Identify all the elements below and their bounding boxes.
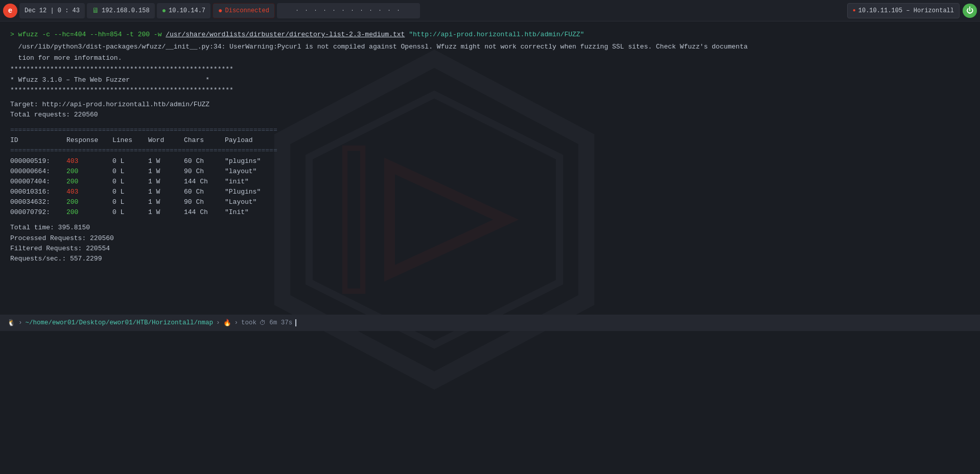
row-3-lines: 0 L xyxy=(112,177,148,187)
col-header-lines: Lines xyxy=(112,135,148,146)
table-row: 000000664: 200 0 L 1 W 90 Ch "layout" xyxy=(10,167,970,177)
row-2-lines: 0 L xyxy=(112,167,148,177)
ip2-label: 10.10.14.7 xyxy=(169,7,205,14)
ip2-button[interactable]: ● 10.10.14.7 xyxy=(157,3,211,18)
table-row: 000010316: 403 0 L 1 W 60 Ch "Plugins" xyxy=(10,187,970,197)
prompt-bar: 🐧 › ~/home/ewor01/Desktop/ewor01/HTB/Hor… xyxy=(0,315,980,331)
row-3-response: 200 xyxy=(66,177,112,187)
row-2-chars: 90 Ch xyxy=(184,167,225,177)
cursor xyxy=(295,319,296,326)
row-4-word: 1 W xyxy=(148,187,184,197)
col-header-chars: Chars xyxy=(184,135,225,146)
table-row: 000007404: 200 0 L 1 W 144 Ch "init" xyxy=(10,177,970,187)
disconnected-label: Disconnected xyxy=(225,7,269,14)
separator-2: ========================================… xyxy=(10,146,970,156)
arrow-3: › xyxy=(235,319,239,326)
filtered-requests: Filtered Requests: 220554 xyxy=(10,244,970,254)
prompt-symbol: > xyxy=(10,31,18,38)
col-header-response: Response xyxy=(66,135,112,146)
row-2-word: 1 W xyxy=(148,167,184,177)
table-row: 000070792: 200 0 L 1 W 144 Ch "Init" xyxy=(10,207,970,218)
total-requests-line: Total requests: 220560 xyxy=(10,110,970,120)
arrow-1: › xyxy=(18,319,22,326)
row-3-word: 1 W xyxy=(148,177,184,187)
row-2-response: 200 xyxy=(66,167,112,177)
table-row: 000000519: 403 0 L 1 W 60 Ch "plugins" xyxy=(10,156,970,167)
row-6-payload: "Init" xyxy=(225,207,327,218)
row-6-word: 1 W xyxy=(148,207,184,218)
row-4-response: 403 xyxy=(66,187,112,197)
col-header-word: Word xyxy=(148,135,184,146)
row-6-response: 200 xyxy=(66,207,112,218)
col-header-id: ID xyxy=(10,135,66,146)
topbar: e Dec 12 | 0 : 43 🖥 192.168.0.158 ● 10.1… xyxy=(0,0,980,21)
row-4-chars: 60 Ch xyxy=(184,187,225,197)
topbar-right: ● 10.10.11.105 – Horizontall ⏻ xyxy=(847,3,977,18)
row-5-payload: "Layout" xyxy=(225,197,327,207)
row-5-id: 000034632: xyxy=(10,197,66,207)
disconnected-dot: ● xyxy=(218,7,222,15)
row-3-payload: "init" xyxy=(225,177,327,187)
dots-indicator: · · · · · · · · · · · · xyxy=(277,3,420,18)
timer-icon: ⏱ xyxy=(260,319,266,327)
warn-line-2: tion for more information. xyxy=(10,53,970,63)
target-info: Target: http://api-prod.horizontall.htb/… xyxy=(10,100,970,120)
duration-label: 6m 37s xyxy=(269,319,292,326)
row-1-response: 403 xyxy=(66,156,112,167)
row-5-lines: 0 L xyxy=(112,197,148,207)
row-1-word: 1 W xyxy=(148,156,184,167)
warn-line-1: /usr/lib/python3/dist-packages/wfuzz/__i… xyxy=(10,42,970,52)
ip2-status-dot: ● xyxy=(162,7,166,15)
datetime-label: Dec 12 | 0 : 43 xyxy=(25,7,80,14)
fire-icon: 🔥 xyxy=(223,319,231,327)
total-time: Total time: 395.8150 xyxy=(10,223,970,233)
htb-label: 10.10.11.105 – Horizontall xyxy=(858,7,954,14)
path-label: ~/home/ewor01/Desktop/ewor01/HTB/Horizon… xyxy=(26,319,214,326)
row-4-lines: 0 L xyxy=(112,187,148,197)
row-1-chars: 60 Ch xyxy=(184,156,225,167)
stars-2: ****************************************… xyxy=(10,85,970,96)
dots-label: · · · · · · · · · · · · xyxy=(295,8,401,13)
row-4-payload: "Plugins" xyxy=(225,187,327,197)
power-button[interactable]: ⏻ xyxy=(963,4,977,18)
htb-dot: ● xyxy=(853,8,856,13)
took-label: took xyxy=(241,319,256,326)
summary-section: Total time: 395.8150 Processed Requests:… xyxy=(10,223,970,264)
row-3-id: 000007404: xyxy=(10,177,66,187)
row-1-id: 000000519: xyxy=(10,156,66,167)
disconnected-button[interactable]: ● Disconnected xyxy=(213,3,275,18)
arrow-2: › xyxy=(216,319,220,326)
row-6-chars: 144 Ch xyxy=(184,207,225,218)
row-2-payload: "layout" xyxy=(225,167,327,177)
row-4-id: 000010316: xyxy=(10,187,66,197)
separator-1: ========================================… xyxy=(10,125,970,135)
wfuzz-title: * Wfuzz 3.1.0 – The Web Fuzzer * xyxy=(10,75,970,85)
row-6-id: 000070792: xyxy=(10,207,66,218)
row-5-word: 1 W xyxy=(148,197,184,207)
row-6-lines: 0 L xyxy=(112,207,148,218)
table-header-row: ID Response Lines Word Chars Payload xyxy=(10,135,970,146)
requests-per-sec: Requests/sec.: 557.2299 xyxy=(10,254,970,264)
command-text: wfuzz -c --hc=404 --hh=854 -t 200 -w /us… xyxy=(18,31,585,38)
htb-target-button[interactable]: ● 10.10.11.105 – Horizontall xyxy=(847,3,960,18)
datetime-button[interactable]: Dec 12 | 0 : 43 xyxy=(19,3,85,18)
row-1-payload: "plugins" xyxy=(225,156,327,167)
row-3-chars: 144 Ch xyxy=(184,177,225,187)
logo-button[interactable]: e xyxy=(3,4,17,18)
row-5-response: 200 xyxy=(66,197,112,207)
target-line: Target: http://api-prod.horizontall.htb/… xyxy=(10,100,970,110)
arch-icon: 🐧 xyxy=(7,319,15,327)
stars-1: ****************************************… xyxy=(10,64,970,75)
col-header-payload: Payload xyxy=(225,135,327,146)
terminal-area[interactable]: > wfuzz -c --hc=404 --hh=854 -t 200 -w /… xyxy=(0,21,980,474)
ip1-status-dot: 🖥 xyxy=(92,7,99,15)
command-line: > wfuzz -c --hc=404 --hh=854 -t 200 -w /… xyxy=(10,30,970,40)
table-row: 000034632: 200 0 L 1 W 90 Ch "Layout" xyxy=(10,197,970,207)
row-1-lines: 0 L xyxy=(112,156,148,167)
ip1-label: 192.168.0.158 xyxy=(102,7,150,14)
row-5-chars: 90 Ch xyxy=(184,197,225,207)
processed-requests: Processed Requests: 220560 xyxy=(10,233,970,244)
row-2-id: 000000664: xyxy=(10,167,66,177)
ip1-button[interactable]: 🖥 192.168.0.158 xyxy=(87,3,155,18)
